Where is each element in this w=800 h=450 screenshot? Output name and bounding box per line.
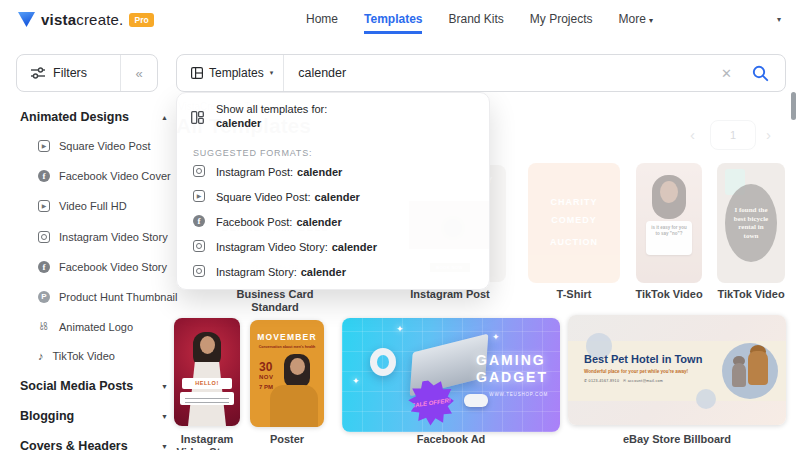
tiktok-icon: ♪	[38, 350, 44, 362]
suggested-formats-header: SUGGESTED FORMATS:	[193, 148, 312, 158]
template-label-facebook-ad[interactable]: Facebook Ad	[401, 433, 501, 446]
scrollbar-thumb[interactable]	[791, 92, 796, 120]
chevron-up-icon: ▲	[161, 114, 168, 121]
vistacreate-logo[interactable]: vistacreate. Pro	[18, 11, 154, 28]
carousel-page-indicator[interactable]: 1	[710, 120, 756, 150]
figure-shape	[200, 336, 215, 354]
suggestion-prefix: Square Video Post:	[216, 191, 311, 203]
carousel-prev-button[interactable]: ‹	[690, 126, 695, 144]
sidebar-item-animated-logo[interactable]: LO GO Animated Logo	[38, 321, 133, 333]
card-title: GAMING GADGET	[476, 352, 548, 386]
suggestion-query: calender	[296, 216, 341, 228]
suggestion-square-video-post[interactable]: ▶ Square Video Post:calender	[193, 188, 360, 204]
double-chevron-left-icon: «	[135, 66, 142, 81]
brand-name: vistacreate.	[41, 11, 123, 28]
card-title: MOVEMBER	[250, 332, 324, 342]
nav-my-projects[interactable]: My Projects	[530, 12, 593, 31]
sidebar-item-label: Facebook Video Story	[59, 261, 167, 273]
template-label-business-card[interactable]: Business Card Standard	[215, 288, 335, 314]
card-greeting: HELLO!	[182, 378, 232, 389]
collapse-sidebar-button[interactable]: «	[121, 66, 157, 81]
card-contact: ✆ 0123-4567-8910 ✉ account@mail.com	[584, 379, 663, 383]
sidebar-item-label: Product Hunt Thumbnail	[59, 291, 177, 303]
sidebar-item-facebook-video-cover[interactable]: f Facebook Video Cover	[38, 170, 171, 182]
template-card-t-shirt[interactable]: CHARITY COMEDY AUCTION	[528, 163, 620, 283]
filters-label: Filters	[53, 66, 87, 80]
facebook-icon: f	[38, 261, 50, 273]
sidebar-group-animated-designs[interactable]: Animated Designs ▲	[20, 110, 168, 124]
card-text: AUCTION	[528, 237, 620, 247]
sidebar-group-social-media-posts[interactable]: Social Media Posts ▼	[20, 379, 168, 393]
headphones-shape	[370, 348, 396, 376]
suggestion-prefix: Instagram Video Story:	[216, 241, 328, 253]
suggestion-instagram-story[interactable]: Instagram Story:calender	[193, 263, 346, 279]
template-label-ebay-billboard[interactable]: eBay Store Billboard	[617, 433, 737, 446]
show-all-label: Show all templates for:	[216, 103, 327, 115]
template-label-poster[interactable]: Poster	[247, 433, 327, 446]
cat-shape	[732, 363, 746, 387]
instagram-icon	[193, 240, 205, 252]
suggestion-facebook-post[interactable]: f Facebook Post:calender	[193, 213, 342, 229]
card-caption: I found the best bicycle rental in town	[731, 206, 771, 240]
sparkle-icon: ✦	[396, 324, 404, 334]
chevron-down-icon: ▾	[777, 15, 781, 24]
chevron-down-icon: ▾	[270, 69, 274, 77]
billboard-banner: Best Pet Hotel in Town Wonderful place f…	[568, 341, 786, 401]
search-icon	[752, 65, 769, 82]
instagram-icon	[193, 165, 205, 177]
sidebar-item-product-hunt-thumbnail[interactable]: P Product Hunt Thumbnail	[38, 291, 177, 303]
suggestion-prefix: Instagram Story:	[216, 266, 297, 278]
template-label-instagram-video-story[interactable]: Instagram Video Story	[172, 433, 242, 450]
sidebar-item-facebook-video-story[interactable]: f Facebook Video Story	[38, 261, 167, 273]
filters-panel-toggle: Filters «	[16, 54, 158, 92]
carousel-next-button[interactable]: ›	[766, 126, 771, 144]
template-label-t-shirt[interactable]: T-Shirt	[534, 288, 614, 301]
sidebar-item-video-full-hd[interactable]: ▶ Video Full HD	[38, 200, 127, 212]
template-label-tiktok-video-1[interactable]: TikTok Video	[629, 288, 709, 301]
template-card-poster[interactable]: MOVEMBER Conversation about men's health…	[250, 320, 324, 427]
filters-sliders-icon	[31, 67, 45, 79]
figure-shape	[660, 181, 678, 203]
pets-photo-circle	[722, 343, 778, 399]
search-category-dropdown[interactable]: Templates ▾	[177, 66, 283, 80]
template-card-tiktok-video-1[interactable]: is it easy for you to say "no"?	[636, 163, 702, 283]
card-subtitle: Conversation about men's health	[250, 345, 324, 349]
nav-brand-kits[interactable]: Brand Kits	[448, 12, 503, 31]
sidebar-item-square-video-post[interactable]: ▶ Square Video Post	[38, 140, 151, 152]
instagram-icon	[193, 265, 205, 277]
close-icon: ✕	[721, 66, 732, 81]
template-card-instagram-video-story[interactable]: HELLO!	[174, 318, 240, 426]
search-button[interactable]	[746, 65, 785, 82]
template-label-tiktok-video-2[interactable]: TikTok Video	[711, 288, 791, 301]
sparkle-icon: ✦	[352, 376, 360, 386]
filters-button[interactable]: Filters	[17, 66, 120, 80]
sidebar-group-covers-headers[interactable]: Covers & Headers ▼	[20, 439, 168, 450]
card-title: Best Pet Hotel in Town	[584, 353, 702, 365]
template-card-tiktok-video-2[interactable]: I found the best bicycle rental in town	[717, 163, 785, 283]
templates-grid-icon	[191, 67, 203, 79]
sidebar-group-blogging[interactable]: Blogging ▼	[20, 409, 168, 423]
template-card-facebook-ad[interactable]: ✦ ✦ ✦ GAMING GADGET WWW.TEUSHOP.COM SALE…	[342, 318, 560, 432]
sidebar-item-instagram-video-story[interactable]: Instagram Video Story	[38, 231, 168, 243]
search-suggestions-dropdown: Show all templates for: calender SUGGEST…	[176, 92, 490, 290]
nav-home[interactable]: Home	[306, 12, 338, 31]
suggestion-query: calender	[297, 166, 342, 178]
sidebar-item-tiktok-video[interactable]: ♪ TikTok Video	[38, 350, 115, 362]
template-card-ebay-billboard[interactable]: Best Pet Hotel in Town Wonderful place f…	[568, 315, 786, 425]
sidebar-item-label: Video Full HD	[59, 200, 127, 212]
suggestion-prefix: Facebook Post:	[216, 216, 292, 228]
date-day: 30	[259, 362, 274, 372]
search-input[interactable]	[284, 66, 707, 80]
user-menu-caret[interactable]: ▾	[777, 15, 781, 24]
templates-grid-icon	[191, 106, 204, 129]
suggestion-instagram-video-story[interactable]: Instagram Video Story:calender	[193, 238, 377, 254]
clear-search-button[interactable]: ✕	[707, 66, 746, 81]
show-all-templates-option[interactable]: Show all templates for: calender	[191, 103, 327, 129]
nav-more[interactable]: More▾	[619, 12, 653, 31]
figure-shape	[290, 358, 305, 375]
suggestion-instagram-post[interactable]: Instagram Post:calender	[193, 163, 342, 179]
main-nav: Home Templates Brand Kits My Projects Mo…	[306, 12, 653, 34]
nav-templates[interactable]: Templates	[364, 12, 422, 34]
top-header: vistacreate. Pro Home Templates Brand Ki…	[0, 0, 800, 45]
show-all-text: Show all templates for: calender	[216, 103, 327, 129]
